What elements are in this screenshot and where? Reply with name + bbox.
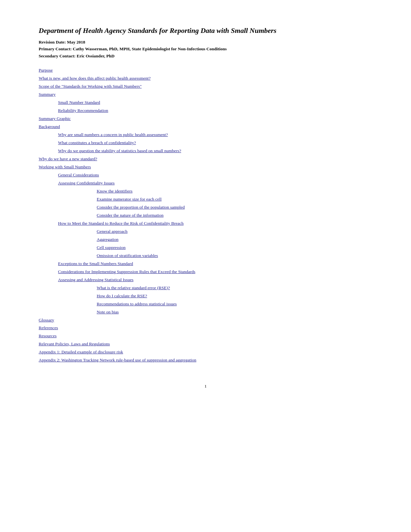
secondary-contact: Secondary Contact: Eric Ossiander, PhD (39, 53, 372, 60)
toc-item-scope[interactable]: Scope of the "Standards for Working with… (39, 83, 372, 91)
toc-item-omission[interactable]: Omission of stratification variables (39, 252, 372, 260)
revision-date: Revision Date: May 2018 (39, 39, 372, 46)
page-number: 1 (39, 384, 372, 389)
toc-item-glossary[interactable]: Glossary (39, 316, 372, 324)
toc-item-small-number-standard[interactable]: Small Number Standard (39, 99, 372, 107)
toc-item-references[interactable]: References (39, 324, 372, 332)
toc-item-consider-nature[interactable]: Consider the nature of the information (39, 212, 372, 220)
toc-item-cell-suppression[interactable]: Cell suppression (39, 244, 372, 252)
toc-item-resources[interactable]: Resources (39, 332, 372, 340)
toc-item-how-calculate-rse[interactable]: How do I calculate the RSE? (39, 292, 372, 300)
toc-item-general-considerations[interactable]: General Considerations (39, 171, 372, 179)
primary-contact: Primary Contact: Cathy Wasserman, PhD, M… (39, 45, 372, 53)
toc-item-purpose[interactable]: Purpose (39, 66, 372, 74)
toc-item-exceptions[interactable]: Exceptions to the Small Numbers Standard (39, 260, 372, 268)
toc-item-appendix-2[interactable]: Appendix 2: Washington Tracking Network … (39, 356, 372, 364)
toc-item-recommendations-address[interactable]: Recommendations to address statistical i… (39, 300, 372, 308)
toc-item-background[interactable]: Background (39, 123, 372, 131)
toc-item-assessing-confidentiality[interactable]: Assessing Confidentiality Issues (39, 179, 372, 187)
toc-item-assessing-statistical[interactable]: Assessing and Addressing Statistical Iss… (39, 276, 372, 284)
toc-item-why-small-numbers[interactable]: Why are small numbers a concern in publi… (39, 131, 372, 139)
toc-item-summary-graphic[interactable]: Summary Graphic (39, 115, 372, 123)
toc-item-summary[interactable]: Summary (39, 91, 372, 99)
toc-item-appendix-1[interactable]: Appendix 1: Detailed example of disclosu… (39, 348, 372, 356)
toc-item-working-with-small-numbers[interactable]: Working with Small Numbers (39, 163, 372, 171)
toc-item-considerations-implementing[interactable]: Considerations for Implementing Suppress… (39, 268, 372, 276)
toc-item-what-is-rse[interactable]: What is the relative standard error (RSE… (39, 284, 372, 292)
toc-item-how-to-meet[interactable]: How to Meet the Standard to Reduce the R… (39, 220, 372, 228)
toc-item-what-is-new[interactable]: What is new, and how does this affect pu… (39, 74, 372, 83)
toc-item-relevant-policies[interactable]: Relevant Policies, Laws and Regulations (39, 340, 372, 348)
toc-item-reliability-recommendation[interactable]: Reliability Recommendation (39, 107, 372, 115)
toc-item-general-approach[interactable]: General approach (39, 228, 372, 236)
toc-item-why-new-standard[interactable]: Why do we have a new standard? (39, 155, 372, 163)
page-title: Department of Health Agency Standards fo… (39, 26, 372, 35)
toc-item-what-constitutes[interactable]: What constitutes a breach of confidentia… (39, 139, 372, 147)
toc-item-examine-numerator[interactable]: Examine numerator size for each cell (39, 195, 372, 203)
toc-item-aggregation[interactable]: Aggregation (39, 236, 372, 244)
toc-item-note-on-bias[interactable]: Note on bias (39, 308, 372, 316)
toc-item-why-question-stability[interactable]: Why do we question the stability of stat… (39, 147, 372, 155)
table-of-contents: PurposeWhat is new, and how does this af… (39, 66, 372, 364)
toc-item-consider-proportion[interactable]: Consider the proportion of the populatio… (39, 203, 372, 212)
toc-item-know-identifiers[interactable]: Know the identifiers (39, 187, 372, 195)
